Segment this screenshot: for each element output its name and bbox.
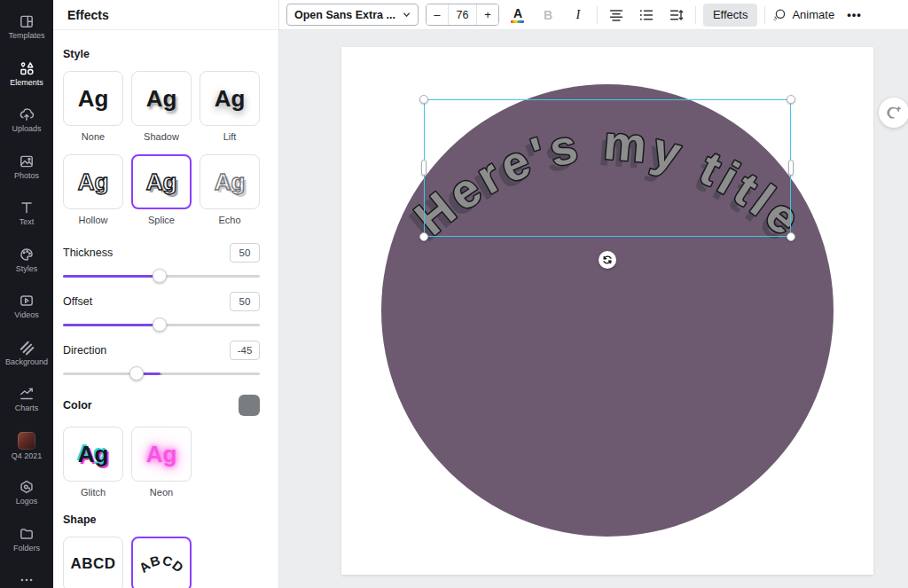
svg-text:ABCD: ABCD xyxy=(136,553,186,576)
style-tile-none[interactable]: Ag None xyxy=(63,71,123,151)
selection-handle-top-right[interactable] xyxy=(787,95,795,104)
style-tile-echo[interactable]: Ag Echo xyxy=(200,154,260,234)
sidebar-item-photos[interactable]: Photos xyxy=(0,144,53,191)
shape-tiles-row: ABCD None ABCD Curve xyxy=(63,537,260,588)
thickness-value-input[interactable]: 50 xyxy=(230,243,260,263)
sidebar-item-label: Logos xyxy=(16,498,38,506)
style-tile-neon[interactable]: Ag Neon xyxy=(131,427,192,506)
text-color-label: A xyxy=(513,7,522,20)
sidebar-item-templates[interactable]: Templates xyxy=(0,4,53,51)
style-tile-label: Lift xyxy=(223,131,237,142)
style-preview: Ag xyxy=(146,441,177,468)
toolbar-divider xyxy=(597,6,598,24)
chevron-down-icon xyxy=(403,11,411,19)
sidebar-item-logos[interactable]: Logos xyxy=(0,469,53,516)
selection-box[interactable] xyxy=(424,99,791,237)
text-icon xyxy=(19,200,35,216)
style-preview: Ag xyxy=(215,169,246,196)
offset-slider-knob[interactable] xyxy=(153,318,167,332)
line-spacing-button[interactable] xyxy=(665,4,688,27)
sidebar-item-more[interactable]: More xyxy=(0,562,53,588)
styles-icon xyxy=(19,247,35,263)
sidebar-item-elements[interactable]: Elements xyxy=(0,51,53,98)
shape-tile-none[interactable]: ABCD None xyxy=(63,537,123,588)
offset-control: Offset 50 xyxy=(63,292,260,332)
style-tile-hollow[interactable]: Ag Hollow xyxy=(63,154,123,234)
more-icon xyxy=(19,572,35,588)
style-tile-label: Hollow xyxy=(78,215,107,225)
effects-button[interactable]: Effects xyxy=(703,4,758,27)
text-align-button[interactable] xyxy=(605,4,628,27)
font-size-increase-button[interactable]: + xyxy=(477,4,498,25)
rotate-handle[interactable] xyxy=(599,251,616,269)
selection-handle-right[interactable] xyxy=(788,160,794,176)
effects-panel: Effects Style Ag None Ag Shadow Ag Lift xyxy=(53,0,279,588)
sidebar-item-label: Videos xyxy=(14,311,38,319)
offset-label: Offset xyxy=(63,295,92,308)
style-tile-label: Shadow xyxy=(144,131,179,142)
font-family-select[interactable]: Open Sans Extra ... xyxy=(286,4,419,26)
sidebar-item-background[interactable]: Background xyxy=(0,330,53,377)
toolbar-more-button[interactable]: ••• xyxy=(841,8,867,21)
direction-control: Direction -45 xyxy=(63,341,260,380)
sidebar-item-uploads[interactable]: Uploads xyxy=(0,97,53,144)
style-tile-splice[interactable]: Ag Splice xyxy=(131,154,192,234)
direction-slider[interactable] xyxy=(63,366,260,380)
style-tile-label: Glitch xyxy=(81,487,106,498)
color-section-label: Color xyxy=(63,399,92,412)
animate-icon xyxy=(772,8,787,22)
style-tile-glitch[interactable]: Ag Glitch xyxy=(63,427,123,506)
bullet-list-icon xyxy=(639,9,654,21)
sidebar-item-q4-2021[interactable]: Q4 2021 xyxy=(0,423,53,470)
sidebar-item-label: Charts xyxy=(15,404,39,412)
shape-tile-curve[interactable]: ABCD Curve xyxy=(131,537,192,588)
bullet-list-button[interactable] xyxy=(635,4,658,27)
selection-handle-top-left[interactable] xyxy=(419,95,428,104)
style-tile-shadow[interactable]: Ag Shadow xyxy=(131,71,192,151)
text-color-swatch[interactable] xyxy=(239,395,260,416)
font-size-decrease-button[interactable]: – xyxy=(427,4,448,25)
style-preview: Ag xyxy=(215,85,246,113)
elements-icon xyxy=(19,60,35,76)
offset-slider[interactable] xyxy=(63,318,260,332)
text-color-button[interactable]: A xyxy=(506,4,529,27)
style-tile-label: Neon xyxy=(150,487,173,498)
animate-button[interactable]: Animate xyxy=(772,8,834,22)
thickness-control: Thickness 50 xyxy=(63,243,260,283)
sidebar-item-folders[interactable]: Folders xyxy=(0,516,53,563)
bold-button[interactable]: B xyxy=(536,4,560,27)
sidebar-item-text[interactable]: Text xyxy=(0,190,53,237)
shape-section-label: Shape xyxy=(63,514,260,526)
font-size-value[interactable]: 76 xyxy=(448,4,477,25)
sidebar-item-label: Styles xyxy=(16,265,38,273)
charts-icon xyxy=(19,386,35,402)
style-preview: Ag xyxy=(146,85,177,113)
style-tile-label: None xyxy=(82,131,105,142)
italic-button[interactable]: I xyxy=(567,4,590,27)
style-preview: Ag xyxy=(78,85,109,113)
sidebar-item-charts[interactable]: Charts xyxy=(0,376,53,423)
sidebar-item-videos[interactable]: Videos xyxy=(0,283,53,330)
direction-value-input[interactable]: -45 xyxy=(230,341,260,360)
offset-value-input[interactable]: 50 xyxy=(230,292,260,311)
style-tile-label: Echo xyxy=(218,215,240,225)
sidebar-item-label: Q4 2021 xyxy=(12,452,43,460)
line-spacing-icon xyxy=(669,9,684,21)
thickness-slider[interactable] xyxy=(63,269,260,283)
canvas-workspace[interactable]: Here's my title Here's my title xyxy=(279,30,908,588)
thickness-label: Thickness xyxy=(63,247,113,259)
add-comment-button[interactable] xyxy=(879,98,908,128)
selection-handle-bottom-left[interactable] xyxy=(419,232,428,241)
style-tile-lift[interactable]: Ag Lift xyxy=(200,71,260,151)
app-window: Templates Elements Uploads Photos Text S… xyxy=(0,0,908,588)
align-center-icon xyxy=(609,9,623,21)
sidebar-item-styles[interactable]: Styles xyxy=(0,237,53,284)
direction-slider-knob[interactable] xyxy=(129,366,144,380)
selection-handle-left[interactable] xyxy=(421,160,427,176)
panel-body: Style Ag None Ag Shadow Ag Lift Ag xyxy=(53,30,278,588)
thickness-slider-knob[interactable] xyxy=(153,269,167,283)
selection-handle-bottom-right[interactable] xyxy=(787,232,795,241)
toolbar-divider xyxy=(764,6,765,24)
font-size-stepper: – 76 + xyxy=(426,4,499,26)
project-thumbnail xyxy=(18,432,35,450)
